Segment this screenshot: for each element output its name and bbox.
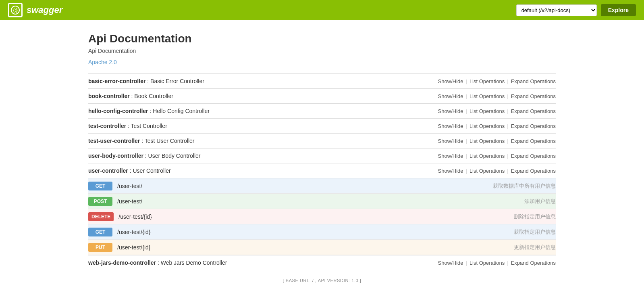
sep1: | <box>465 78 467 84</box>
operation-path-get-2: /user-test/{id} <box>117 229 514 235</box>
show-hide-hello-config[interactable]: Show/Hide <box>438 108 463 114</box>
operation-desc-delete-1: 删除指定用户信息 <box>514 213 556 220</box>
controller-row-test-user: test-user-controller : Test User Control… <box>88 133 556 148</box>
expand-ops-web-jars[interactable]: Expand Operations <box>511 260 556 266</box>
header-right: default (/v2/api-docs) Explore <box>516 4 636 16</box>
list-ops-web-jars[interactable]: List Operations <box>469 260 505 266</box>
explore-button[interactable]: Explore <box>601 4 636 16</box>
controller-actions-test-user: Show/Hide | List Operations | Expand Ope… <box>438 138 556 144</box>
controller-name-web-jars: web-jars-demo-controller : Web Jars Demo… <box>88 259 227 266</box>
list-ops-book[interactable]: List Operations <box>469 93 505 99</box>
apache-license-link[interactable]: Apache 2.0 <box>88 59 117 65</box>
sep16: | <box>507 260 508 266</box>
controller-row-hello-config: hello-config-controller : Hello Config C… <box>88 103 556 118</box>
svg-text:{:}: {:} <box>13 8 17 13</box>
operation-desc-put-1: 更新指定用户信息 <box>514 244 556 251</box>
page-title: Api Documentation <box>88 32 556 45</box>
controller-actions-basic-error: Show/Hide | List Operations | Expand Ope… <box>438 78 556 84</box>
method-badge-get-1[interactable]: GET <box>88 182 112 190</box>
sep2: | <box>507 78 508 84</box>
operation-get-user-test-list: GET /user-test/ 获取数据库中所有用户信息 <box>88 178 556 194</box>
controller-name-test-user: test-user-controller : Test User Control… <box>88 138 194 144</box>
show-hide-user-body[interactable]: Show/Hide <box>438 153 463 159</box>
controller-row-user-body: user-body-controller : User Body Control… <box>88 148 556 163</box>
controller-name-book: book-controller : Book Controller <box>88 93 173 99</box>
show-hide-book[interactable]: Show/Hide <box>438 93 463 99</box>
sep12: | <box>507 153 508 159</box>
method-badge-get-2[interactable]: GET <box>88 228 112 236</box>
expand-ops-test-user[interactable]: Expand Operations <box>511 138 556 144</box>
list-ops-test[interactable]: List Operations <box>469 123 505 129</box>
operation-path-put-1: /user-test/{id} <box>117 244 514 251</box>
list-ops-test-user[interactable]: List Operations <box>469 138 505 144</box>
header: {:} swagger default (/v2/api-docs) Explo… <box>0 0 644 20</box>
expand-ops-test[interactable]: Expand Operations <box>511 123 556 129</box>
operation-put-user-test-id: PUT /user-test/{id} 更新指定用户信息 <box>88 240 556 255</box>
sep9: | <box>465 138 467 144</box>
controller-row-basic-error: basic-error-controller : Basic Error Con… <box>88 73 556 88</box>
sep4: | <box>507 93 508 99</box>
api-url-select[interactable]: default (/v2/api-docs) <box>516 4 597 16</box>
sep13: | <box>465 168 467 174</box>
controller-name-test: test-controller : Test Controller <box>88 123 167 129</box>
expand-ops-hello-config[interactable]: Expand Operations <box>511 108 556 114</box>
method-badge-delete-1[interactable]: DELETE <box>88 212 114 221</box>
operation-delete-user-test-id: DELETE /user-test/{id} 删除指定用户信息 <box>88 209 556 224</box>
controller-name-basic-error: basic-error-controller : Basic Error Con… <box>88 78 204 84</box>
sep11: | <box>465 153 467 159</box>
header-left: {:} swagger <box>8 3 62 17</box>
controller-name-hello-config: hello-config-controller : Hello Config C… <box>88 108 210 114</box>
operation-path-delete-1: /user-test/{id} <box>118 213 514 220</box>
controller-actions-web-jars: Show/Hide | List Operations | Expand Ope… <box>438 260 556 266</box>
list-ops-user-body[interactable]: List Operations <box>469 153 505 159</box>
expand-ops-book[interactable]: Expand Operations <box>511 93 556 99</box>
method-badge-put-1[interactable]: PUT <box>88 243 112 252</box>
method-badge-post-1[interactable]: POST <box>88 197 112 206</box>
sep10: | <box>507 138 508 144</box>
show-hide-user[interactable]: Show/Hide <box>438 168 463 174</box>
expand-ops-user-body[interactable]: Expand Operations <box>511 153 556 159</box>
sep8: | <box>507 123 508 129</box>
controller-header-user: user-controller : User Controller Show/H… <box>88 163 556 178</box>
footer-base-url: [ BASE URL: / , API VERSION: 1.0 ] <box>283 278 361 283</box>
sep15: | <box>465 260 467 266</box>
operation-path-post-1: /user-test/ <box>117 198 524 205</box>
controller-actions-user-body: Show/Hide | List Operations | Expand Ope… <box>438 153 556 159</box>
operation-desc-get-2: 获取指定用户信息 <box>514 228 556 236</box>
header-brand: swagger <box>27 5 62 15</box>
list-ops-user[interactable]: List Operations <box>469 168 505 174</box>
controller-expanded-user: user-controller : User Controller Show/H… <box>88 163 556 255</box>
controller-actions-user: Show/Hide | List Operations | Expand Ope… <box>438 168 556 174</box>
controller-name-user: user-controller : User Controller <box>88 167 171 174</box>
sep14: | <box>507 168 508 174</box>
operation-desc-get-1: 获取数据库中所有用户信息 <box>493 182 556 190</box>
sep7: | <box>465 123 467 129</box>
operation-get-user-test-id: GET /user-test/{id} 获取指定用户信息 <box>88 224 556 240</box>
show-hide-web-jars[interactable]: Show/Hide <box>438 260 463 266</box>
controller-row-web-jars: web-jars-demo-controller : Web Jars Demo… <box>88 255 556 270</box>
show-hide-basic-error[interactable]: Show/Hide <box>438 78 463 84</box>
controller-actions-hello-config: Show/Hide | List Operations | Expand Ope… <box>438 108 556 114</box>
page-subtitle: Api Documentation <box>88 48 556 54</box>
controller-row-test: test-controller : Test Controller Show/H… <box>88 118 556 133</box>
expand-ops-basic-error[interactable]: Expand Operations <box>511 78 556 84</box>
operation-desc-post-1: 添加用户信息 <box>524 198 556 205</box>
controller-name-user-body: user-body-controller : User Body Control… <box>88 153 201 159</box>
controller-actions-book: Show/Hide | List Operations | Expand Ope… <box>438 93 556 99</box>
swagger-logo-icon: {:} <box>8 3 23 17</box>
sep5: | <box>465 108 467 114</box>
expand-ops-user[interactable]: Expand Operations <box>511 168 556 174</box>
show-hide-test-user[interactable]: Show/Hide <box>438 138 463 144</box>
operation-path-get-1: /user-test/ <box>117 183 493 189</box>
controllers-list: basic-error-controller : Basic Error Con… <box>88 73 556 270</box>
controller-row-book: book-controller : Book Controller Show/H… <box>88 88 556 103</box>
main-content: Api Documentation Api Documentation Apac… <box>80 20 564 295</box>
sep6: | <box>507 108 508 114</box>
list-ops-hello-config[interactable]: List Operations <box>469 108 505 114</box>
sep3: | <box>465 93 467 99</box>
list-ops-basic-error[interactable]: List Operations <box>469 78 505 84</box>
show-hide-test[interactable]: Show/Hide <box>438 123 463 129</box>
controller-actions-test: Show/Hide | List Operations | Expand Ope… <box>438 123 556 129</box>
footer: [ BASE URL: / , API VERSION: 1.0 ] <box>88 270 556 287</box>
operation-post-user-test: POST /user-test/ 添加用户信息 <box>88 194 556 209</box>
